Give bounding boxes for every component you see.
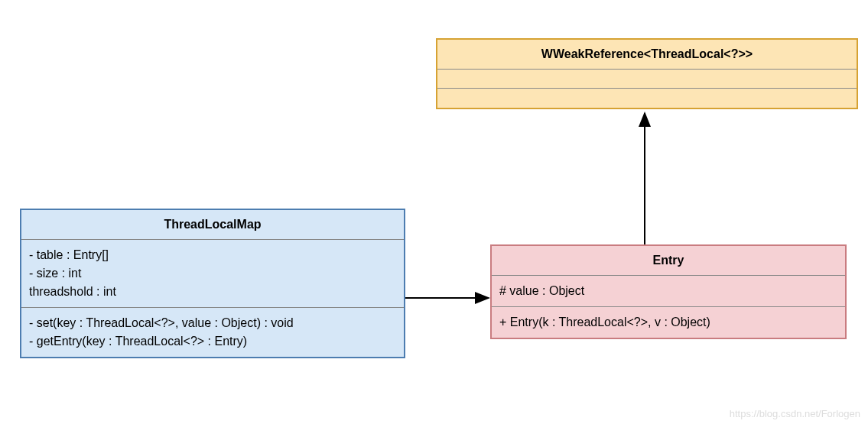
attribute: - size : int <box>29 264 396 283</box>
class-weakreference: WWeakReference<ThreadLocal<?>> <box>436 38 858 109</box>
attributes-section: - table : Entry[] - size : int threadsho… <box>21 240 404 308</box>
class-title: ThreadLocalMap <box>21 210 404 240</box>
method: + Entry(k : ThreadLocal<?>, v : Object) <box>499 313 837 332</box>
attributes-section: # value : Object <box>492 276 845 307</box>
methods-section: - set(key : ThreadLocal<?>, value : Obje… <box>21 308 404 357</box>
attribute: # value : Object <box>499 282 837 300</box>
attribute: - table : Entry[] <box>29 246 396 264</box>
methods-section <box>437 89 857 108</box>
class-title: Entry <box>492 246 845 276</box>
method: - set(key : ThreadLocal<?>, value : Obje… <box>29 314 396 332</box>
attribute: threadshold : int <box>29 283 396 301</box>
methods-section: + Entry(k : ThreadLocal<?>, v : Object) <box>492 307 845 338</box>
class-entry: Entry # value : Object + Entry(k : Threa… <box>490 244 847 339</box>
method: - getEntry(key : ThreadLocal<?> : Entry) <box>29 332 396 351</box>
class-title: WWeakReference<ThreadLocal<?>> <box>437 40 857 70</box>
watermark: https://blog.csdn.net/Forlogen <box>730 408 860 419</box>
class-threadlocalmap: ThreadLocalMap - table : Entry[] - size … <box>20 209 405 358</box>
attributes-section <box>437 70 857 89</box>
